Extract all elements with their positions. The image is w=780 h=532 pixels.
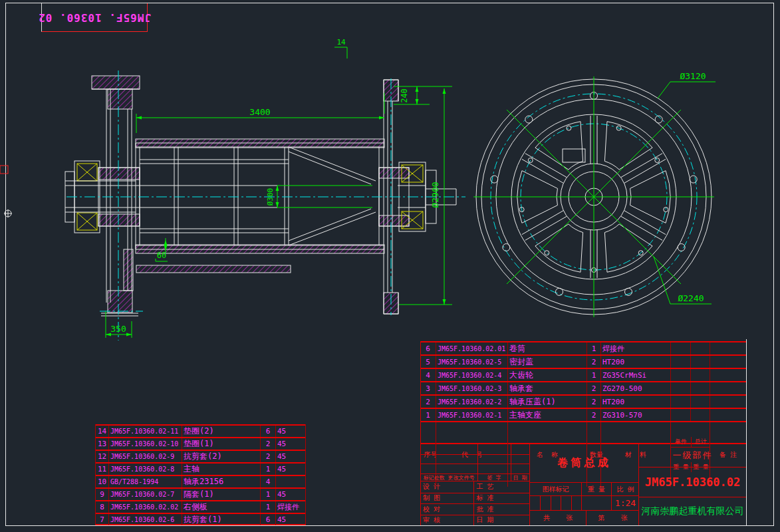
parts-cell-name: 密封盖 [507,356,586,368]
parts-row: 14JM65F.10360.02-11垫圈(2)645 [96,424,305,437]
weight-value-cell [581,496,611,510]
signature-blank [443,481,473,493]
parts-row: 13JM65F.10360.02-10垫圈(1)245 [96,437,305,450]
parts-cell-name: 大齿轮 [507,369,586,381]
signature-blank [443,504,473,515]
parts-cell-qty: 2 [260,451,275,462]
parts-cell-empty [670,342,690,354]
parts-cell-code: JM65F.10360.02-8 [108,464,182,475]
parts-cell-code: JM65F.10360.02-11 [108,426,182,437]
signature-blank [443,493,473,504]
cad-canvas: JM65F. 10360. 02 3400 240 Ø2900 Ø300 60 … [0,0,780,532]
signature-label: 日 期 [473,515,496,526]
signature-label: 工 艺 [473,481,496,493]
side-section-view [0,70,585,340]
parts-cell-material: 45 [275,464,307,475]
date-caption: 日 期 [511,474,529,481]
parts-cell-qty: 1 [586,369,600,381]
company-box: 河南崇鹏起重机有限公司 [638,497,746,525]
parts-cell-code: JM65F.10360.02-4 [436,369,507,381]
parts-cell-material: 45 [275,438,307,450]
dim-length: 3400 [249,107,270,117]
parts-cell-material: ZG310-570 [600,409,670,421]
parts-cell-name: 轴承23156 [182,476,260,487]
stamp-row: 图样标记 重 量 比 例 [529,482,638,495]
parts-cell-name: 垫圈(1) [182,438,260,450]
revision-caption: 标记处数 更改文件号 [420,474,477,481]
part-class: 一级部件 [673,450,713,462]
parts-cell-empty [670,356,690,368]
parts-cell-name: 主轴 [182,464,260,475]
revision-rows [420,444,529,473]
parts-cell-seq: 9 [96,489,108,500]
parts-cell-qty: 2 [586,356,600,368]
parts-cell-seq: 13 [96,438,108,450]
scale-label: 比 例 [611,483,639,495]
parts-row: 8JM65F.10360.02.02右侧板1焊接件 [96,500,305,513]
signature-label: 审 核 [420,515,443,526]
parts-cell-material: HT200 [600,356,670,368]
parts-row: 1JM65F.10360.02-1主轴支座2ZG310-570 [420,408,746,421]
signature-blank [496,504,529,515]
dim-groove-depth: 60 [157,251,166,260]
weight-label: 重 量 [581,483,611,495]
parts-cell-qty: 1 [260,501,275,513]
parts-cell-name: 抗剪套(2) [182,451,260,462]
revision-caption-row: 标记处数 更改文件号 签 字 日 期 [420,473,529,481]
parts-cell-seq: 1 [420,409,436,421]
parts-cell-material: 45 [275,451,307,462]
signature-label: 制 图 [420,493,443,504]
parts-cell-qty: 2 [586,409,600,421]
dim-rim-offset: 240 [400,88,409,103]
parts-table-upper: 6JM65F.10360.02.01卷筒1焊接件5JM65F.10360.02-… [420,341,746,421]
parts-cell-seq: 12 [96,451,108,462]
parts-cell-seq: 7 [96,514,108,525]
stamp-cell [561,496,571,510]
parts-cell-seq: 5 [420,356,436,368]
signature-rows: 设 计工 艺制 图标 准校 对批 准审 核日 期 [420,481,529,525]
parts-cell-name: 右侧板 [182,501,260,513]
parts-cell-empty [670,396,690,408]
stamp-cells-row: 1:24 [529,495,638,510]
parts-row: 12JM65F.10360.02-9抗剪套(2)245 [96,450,305,462]
parts-row: 3JM65F.10360.02-3轴承套2ZG270-500 [420,381,746,394]
dim-front-outer-dia: Ø3120 [680,71,706,81]
parts-cell-seq: 6 [420,342,436,354]
stamp-cell [540,496,551,510]
parts-row: 11JM65F.10360.02-8主轴145 [96,462,305,475]
parts-cell-qty: 1 [260,464,275,475]
parts-cell-empty [690,356,710,368]
parts-cell-name: 卷筒 [507,342,586,354]
scale-value: 1:24 [611,496,639,510]
balloon-label: 14 [336,38,346,47]
signature-blank [496,515,529,526]
parts-cell-empty [710,382,746,394]
parts-table-header: 序号 代 号 名 称 数量 材 料 单件 总计 重 量 重 量 备 注 [420,421,746,444]
product-title-box: 卷筒总成 [529,444,638,482]
parts-cell-empty [670,369,690,381]
parts-cell-name: 抗剪套(1) [182,514,260,525]
parts-cell-name: 轴承套 [507,382,586,394]
drawing-number-box: JM65F.10360.02 [638,467,746,497]
signature-blank [443,515,473,526]
parts-cell-code: JM65F.10360.02-1 [436,409,507,421]
parts-cell-empty [690,369,710,381]
dim-front-web-dia: Ø2240 [678,293,704,303]
parts-cell-name: 轴承压盖(1) [507,396,586,408]
parts-cell-qty: 6 [260,426,275,437]
parts-cell-empty [670,382,690,394]
sign-caption: 签 字 [477,474,511,481]
parts-cell-code: GB/T288-1994 [108,476,182,487]
parts-row: 4JM65F.10360.02-4大齿轮1ZG35CrMnSi [420,368,746,381]
parts-row: 7JM65F.10360.02-6抗剪套(1)645 [96,513,305,525]
parts-cell-code: JM65F.10360.02-3 [436,382,507,394]
signature-blank [496,493,529,504]
parts-cell-material: 45 [275,489,307,500]
parts-cell-seq: 10 [96,476,108,487]
dim-flange-dia: Ø2900 [430,182,440,207]
parts-cell-seq: 11 [96,464,108,475]
parts-cell-empty [690,409,710,421]
parts-cell-qty: 4 [260,476,275,487]
parts-cell-material: 焊接件 [275,501,307,513]
parts-cell-qty: 2 [586,396,600,408]
